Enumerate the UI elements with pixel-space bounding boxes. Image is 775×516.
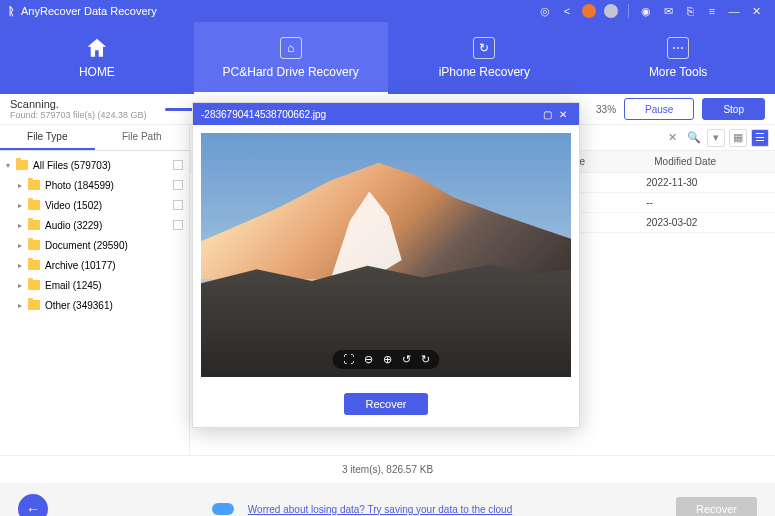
app-logo-icon: ᚱ bbox=[8, 5, 15, 17]
preview-recover-button[interactable]: Recover bbox=[344, 393, 429, 415]
folder-icon bbox=[28, 240, 40, 250]
tree-audio[interactable]: ▸Audio (3229) bbox=[0, 215, 189, 235]
checkbox[interactable] bbox=[173, 160, 183, 170]
cloud-link[interactable]: Worred about losing data? Try saving you… bbox=[248, 504, 512, 515]
maximize-icon[interactable]: ▢ bbox=[539, 109, 555, 120]
tab-iphone-label: iPhone Recovery bbox=[439, 65, 530, 79]
filter-icon[interactable]: ▾ bbox=[707, 129, 725, 147]
discord-icon[interactable]: ◎ bbox=[536, 2, 554, 20]
rotate-left-icon[interactable]: ↺ bbox=[402, 353, 411, 366]
grid-view-icon[interactable]: ▦ bbox=[729, 129, 747, 147]
file-tree: ▾All Files (579703) ▸Photo (184599) ▸Vid… bbox=[0, 151, 189, 319]
phone-icon: ↻ bbox=[473, 37, 495, 59]
cloud-icon bbox=[212, 503, 234, 515]
tab-iphone[interactable]: ↻ iPhone Recovery bbox=[388, 22, 582, 94]
tree-all[interactable]: ▾All Files (579703) bbox=[0, 155, 189, 175]
tab-file-type[interactable]: File Type bbox=[0, 125, 95, 150]
title-bar: ᚱ AnyRecover Data Recovery ◎ < ◉ ✉ ⎘ ≡ —… bbox=[0, 0, 775, 22]
clear-icon[interactable]: ✕ bbox=[663, 129, 681, 147]
folder-icon bbox=[28, 180, 40, 190]
scan-status: Scanning. bbox=[10, 98, 147, 110]
tab-pc-label: PC&Hard Drive Recovery bbox=[223, 65, 359, 79]
app-title: AnyRecover Data Recovery bbox=[21, 5, 157, 17]
folder-icon bbox=[28, 220, 40, 230]
folder-icon bbox=[28, 300, 40, 310]
menu-icon[interactable]: ≡ bbox=[703, 2, 721, 20]
mail-icon[interactable]: ✉ bbox=[659, 2, 677, 20]
tab-home-label: HOME bbox=[79, 65, 115, 79]
list-view-icon[interactable]: ☰ bbox=[751, 129, 769, 147]
avatar-icon[interactable] bbox=[602, 2, 620, 20]
folder-icon bbox=[16, 160, 28, 170]
settings-icon[interactable]: ◉ bbox=[637, 2, 655, 20]
home-icon bbox=[86, 37, 108, 59]
tab-pc-recovery[interactable]: ⌂ PC&Hard Drive Recovery bbox=[194, 22, 388, 94]
tree-other[interactable]: ▸Other (349361) bbox=[0, 295, 189, 315]
folder-icon bbox=[28, 260, 40, 270]
tree-document[interactable]: ▸Document (29590) bbox=[0, 235, 189, 255]
feedback-icon[interactable]: ⎘ bbox=[681, 2, 699, 20]
search-icon[interactable]: 🔍 bbox=[685, 129, 703, 147]
preview-image: ⛶ ⊖ ⊕ ↺ ↻ bbox=[201, 133, 571, 377]
tools-icon: ⋯ bbox=[667, 37, 689, 59]
zoom-out-icon[interactable]: ⊖ bbox=[364, 353, 373, 366]
notification-icon[interactable] bbox=[580, 2, 598, 20]
main-nav: HOME ⌂ PC&Hard Drive Recovery ↻ iPhone R… bbox=[0, 22, 775, 94]
scan-found: Found: 579703 file(s) (424.38 GB) bbox=[10, 110, 147, 120]
checkbox[interactable] bbox=[173, 200, 183, 210]
tab-tools[interactable]: ⋯ More Tools bbox=[581, 22, 775, 94]
recover-button[interactable]: Recover bbox=[676, 497, 757, 516]
scan-percent: 33% bbox=[596, 104, 616, 115]
stop-button[interactable]: Stop bbox=[702, 98, 765, 120]
tree-photo[interactable]: ▸Photo (184599) bbox=[0, 175, 189, 195]
rotate-right-icon[interactable]: ↻ bbox=[421, 353, 430, 366]
checkbox[interactable] bbox=[173, 180, 183, 190]
folder-icon bbox=[28, 280, 40, 290]
sidebar: File Type File Path ▾All Files (579703) … bbox=[0, 125, 190, 455]
tree-video[interactable]: ▸Video (1502) bbox=[0, 195, 189, 215]
checkbox[interactable] bbox=[173, 220, 183, 230]
preview-filename: -2836790414538700662.jpg bbox=[201, 109, 326, 120]
tree-email[interactable]: ▸Email (1245) bbox=[0, 275, 189, 295]
fullscreen-icon[interactable]: ⛶ bbox=[343, 353, 354, 366]
preview-close-icon[interactable]: ✕ bbox=[555, 109, 571, 120]
zoom-in-icon[interactable]: ⊕ bbox=[383, 353, 392, 366]
folder-icon bbox=[28, 200, 40, 210]
drive-icon: ⌂ bbox=[280, 37, 302, 59]
share-icon[interactable]: < bbox=[558, 2, 576, 20]
tab-home[interactable]: HOME bbox=[0, 22, 194, 94]
minimize-icon[interactable]: — bbox=[725, 2, 743, 20]
col-modified[interactable]: Modified Date bbox=[646, 151, 775, 172]
tree-archive[interactable]: ▸Archive (10177) bbox=[0, 255, 189, 275]
image-controls: ⛶ ⊖ ⊕ ↺ ↻ bbox=[333, 350, 440, 369]
selection-status: 3 item(s), 826.57 KB bbox=[0, 455, 775, 483]
preview-modal: -2836790414538700662.jpg ▢ ✕ ⛶ ⊖ ⊕ ↺ ↻ R… bbox=[192, 102, 580, 428]
back-button[interactable]: ← bbox=[18, 494, 48, 516]
footer-bar: ← Worred about losing data? Try saving y… bbox=[0, 483, 775, 516]
pause-button[interactable]: Pause bbox=[624, 98, 694, 120]
close-icon[interactable]: ✕ bbox=[747, 2, 765, 20]
tab-file-path[interactable]: File Path bbox=[95, 125, 190, 150]
tab-tools-label: More Tools bbox=[649, 65, 707, 79]
